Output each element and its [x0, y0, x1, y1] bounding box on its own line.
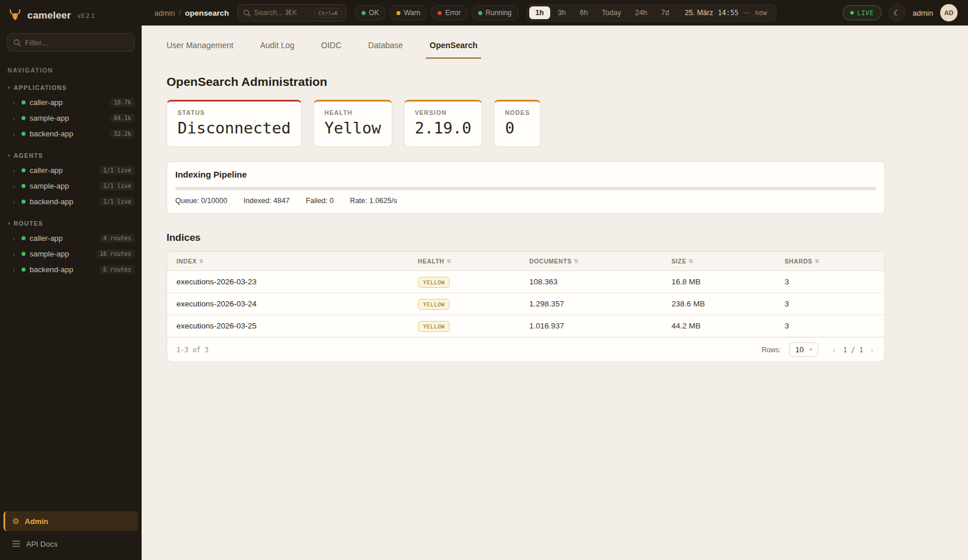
theme-toggle[interactable]: ☾	[888, 4, 906, 21]
health-cell: YELLOW	[418, 276, 529, 288]
sidebar-filter[interactable]	[7, 33, 135, 52]
chevron-right-icon: ›	[13, 198, 17, 205]
filter-input[interactable]	[25, 38, 128, 47]
section-label: ROUTES	[14, 220, 44, 227]
tab-opensearch[interactable]: OpenSearch	[426, 36, 481, 59]
section-agents[interactable]: ▾ AGENTS	[0, 142, 142, 162]
column-header-documents[interactable]: DOCUMENTS ⇅	[529, 258, 671, 265]
caret-down-icon: ▾	[8, 85, 10, 91]
tab-oidc[interactable]: OIDC	[317, 36, 345, 59]
column-label: SHARDS	[785, 258, 812, 265]
filter-pill-warn[interactable]: Warn	[389, 5, 427, 20]
item-badge: 84.1k	[110, 114, 135, 122]
sidebar: cameleer v3.2.1 NAVIGATION ▾ APPLICATION…	[0, 0, 142, 560]
tab-user-management[interactable]: User Management	[163, 36, 237, 59]
app-version: v3.2.1	[77, 12, 95, 19]
sidebar-item-route-sample[interactable]: › sample-app 16 routes	[0, 246, 142, 262]
health-cell: YELLOW	[418, 320, 529, 332]
stat-value: 0	[505, 119, 530, 137]
sidebar-item-agent-caller[interactable]: › caller-app 1/1 live	[0, 162, 142, 178]
shards-cell: 3	[785, 321, 875, 330]
item-label: sample-app	[30, 250, 92, 258]
column-header-index[interactable]: INDEX ⇅	[176, 258, 418, 265]
status-dot	[21, 252, 26, 256]
pill-label: OK	[369, 9, 379, 17]
pipeline-title: Indexing Pipeline	[175, 169, 876, 179]
sidebar-item-agent-backend[interactable]: › backend-app 1/1 live	[0, 194, 142, 209]
stat-value: Yellow	[324, 119, 381, 137]
sort-icon: ⇅	[199, 258, 204, 264]
chevron-right-icon: ›	[13, 99, 17, 106]
index-name-cell: executions-2026-03-23	[176, 277, 418, 286]
rows-per-page-select[interactable]: 10 ▾	[789, 342, 818, 357]
status-dot	[21, 184, 26, 188]
live-toggle[interactable]: LIVE	[843, 5, 882, 20]
ok-dot	[362, 11, 366, 15]
filter-pill-error[interactable]: Error	[431, 5, 468, 20]
pipeline-stats: Queue: 0/10000 Indexed: 4847 Failed: 0 R…	[175, 197, 876, 205]
app-logo[interactable]: cameleer v3.2.1	[0, 0, 142, 30]
chevron-right-icon: ›	[13, 183, 17, 190]
main-area: admin / opensearch Ctrl+K OK Warn E	[142, 0, 968, 560]
avatar[interactable]: AD	[940, 4, 958, 21]
sidebar-item-admin[interactable]: ⚙ Admin	[3, 511, 138, 531]
status-filter-group: OK Warn Error Running	[355, 5, 519, 20]
next-page-button[interactable]: ›	[869, 345, 875, 355]
stat-label: VERSION	[415, 109, 472, 116]
filter-pill-running[interactable]: Running	[471, 5, 519, 20]
time-range-6h[interactable]: 6h	[573, 6, 594, 19]
stat-label: HEALTH	[324, 109, 381, 116]
sort-icon: ⇅	[815, 258, 819, 264]
time-range-today[interactable]: Today	[595, 6, 627, 19]
date-range-display[interactable]: 25. März 14:55 — now	[677, 9, 774, 17]
section-label: AGENTS	[14, 152, 44, 159]
section-applications[interactable]: ▾ APPLICATIONS	[0, 74, 142, 95]
global-search[interactable]: Ctrl+K	[237, 4, 346, 21]
health-badge: YELLOW	[418, 299, 450, 310]
documents-cell: 1.016.937	[529, 321, 671, 330]
time-range-24h[interactable]: 24h	[629, 6, 653, 19]
content: User Management Audit Log OIDC Database …	[142, 26, 968, 560]
time-range-7d[interactable]: 7d	[655, 6, 676, 19]
warn-dot	[396, 11, 400, 15]
pagination-controls: Rows: 10 ▾ ‹ 1 / 1 ›	[761, 342, 875, 357]
column-header-size[interactable]: SIZE ⇅	[671, 258, 785, 265]
api-docs-label: API Docs	[26, 540, 57, 548]
time-range-3h[interactable]: 3h	[551, 6, 572, 19]
item-label: sample-app	[30, 114, 106, 122]
filter-pill-ok[interactable]: OK	[355, 5, 386, 20]
shards-cell: 3	[785, 299, 875, 308]
time-range-picker: 1h 3h 6h Today 24h 7d 25. März 14:55 — n…	[527, 4, 776, 21]
time-range-1h[interactable]: 1h	[529, 6, 551, 19]
stat-value: 2.19.0	[415, 119, 472, 137]
status-dot	[21, 200, 26, 204]
section-routes[interactable]: ▾ ROUTES	[0, 209, 142, 230]
sidebar-item-agent-sample[interactable]: › sample-app 1/1 live	[0, 178, 142, 194]
sidebar-item-route-caller[interactable]: › caller-app 4 routes	[0, 230, 142, 246]
sidebar-item-route-backend[interactable]: › backend-app 6 routes	[0, 262, 142, 277]
status-dot	[21, 236, 26, 240]
live-label: LIVE	[857, 9, 874, 16]
documents-cell: 1.298.357	[529, 299, 671, 308]
sort-icon: ⇅	[689, 258, 694, 264]
search-input[interactable]	[254, 9, 312, 17]
stat-cards: STATUS Disconnected HEALTH Yellow VERSIO…	[167, 100, 885, 147]
tab-database[interactable]: Database	[364, 36, 406, 59]
column-header-shards[interactable]: SHARDS ⇅	[785, 258, 875, 265]
breadcrumb-admin[interactable]: admin	[154, 9, 175, 17]
stat-card-health: HEALTH Yellow	[313, 100, 392, 147]
tab-audit-log[interactable]: Audit Log	[257, 36, 298, 59]
sidebar-item-api-docs[interactable]: API Docs	[3, 534, 138, 553]
sidebar-item-app-sample[interactable]: › sample-app 84.1k	[0, 110, 142, 126]
user-name: admin	[913, 9, 933, 17]
app-name: cameleer	[27, 10, 71, 21]
item-label: caller-app	[30, 98, 106, 107]
sidebar-item-app-caller[interactable]: › caller-app 10.7k	[0, 95, 142, 110]
table-footer: 1-3 of 3 Rows: 10 ▾ ‹ 1 / 1 ›	[167, 337, 884, 362]
running-dot	[478, 11, 482, 15]
item-badge: 6 routes	[100, 265, 135, 274]
sidebar-item-app-backend[interactable]: › backend-app 32.2k	[0, 126, 142, 142]
stat-label: NODES	[505, 109, 530, 116]
prev-page-button[interactable]: ‹	[831, 345, 837, 355]
column-header-health[interactable]: HEALTH ⇅	[418, 258, 529, 265]
